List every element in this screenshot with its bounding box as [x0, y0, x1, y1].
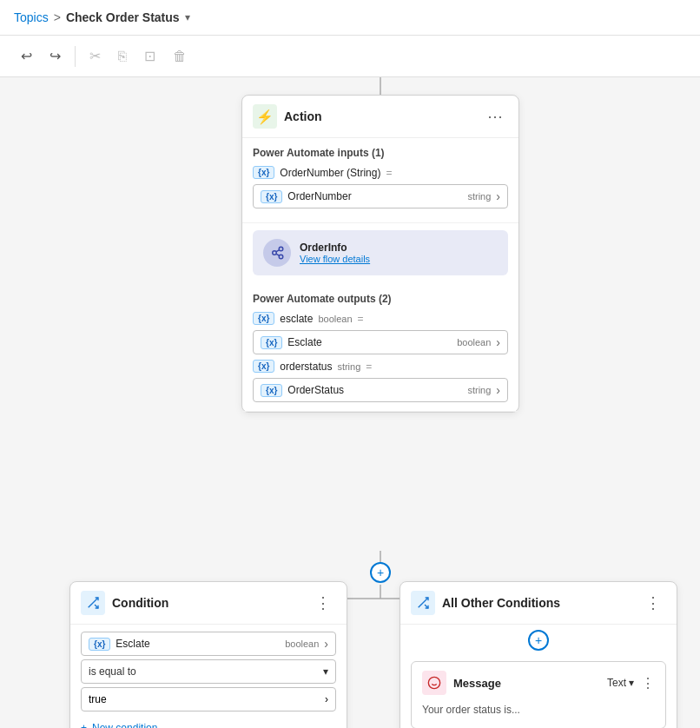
- outputs-section-title: Power Automate outputs (2): [253, 293, 508, 305]
- outputs-section: Power Automate outputs (2) {x} esclate b…: [242, 284, 518, 412]
- output-equals-0: =: [358, 313, 364, 325]
- output-badge-1: {x}: [253, 360, 274, 373]
- paste-button[interactable]: ⊡: [137, 43, 162, 69]
- svg-point-16: [428, 677, 439, 688]
- breadcrumb-separator: >: [54, 10, 61, 24]
- output-row-name-1: OrderStatus: [287, 384, 462, 396]
- condition-icon: [81, 591, 105, 615]
- other-card-menu[interactable]: ⋮: [640, 592, 666, 614]
- input-param-row: {x} OrderNumber (String) =: [253, 166, 508, 179]
- condition-card-title: Condition: [112, 596, 303, 610]
- undo-button[interactable]: ↩: [14, 43, 39, 69]
- canvas: ⚡ Action ⋯ Power Automate inputs (1) {x}…: [0, 77, 700, 728]
- svg-line-11: [276, 254, 280, 255]
- new-condition-plus-icon: +: [81, 722, 87, 728]
- output-name-1: orderstatus: [280, 361, 332, 373]
- new-condition-label: New condition: [92, 722, 157, 728]
- cut-button[interactable]: ✂: [83, 43, 108, 69]
- action-card-title: Action: [284, 109, 475, 123]
- condition-input-type: boolean: [285, 639, 319, 649]
- output-row-arrow-0: ›: [496, 335, 500, 349]
- output-equals-1: =: [366, 361, 372, 373]
- condition-card-menu[interactable]: ⋮: [310, 592, 336, 614]
- flow-info-text: OrderInfo View flow details: [300, 242, 498, 264]
- breadcrumb-chevron[interactable]: ▾: [185, 11, 190, 23]
- breadcrumb-parent[interactable]: Topics: [14, 10, 49, 24]
- condition-input-badge: {x}: [89, 638, 110, 651]
- message-type-label: Text: [607, 677, 626, 689]
- message-icon: [422, 671, 446, 695]
- message-type-badge[interactable]: Text ▾: [607, 677, 634, 689]
- condition-value-text: true: [89, 693, 107, 705]
- new-condition-button[interactable]: + New condition: [70, 715, 168, 728]
- inputs-section: Power Automate inputs (1) {x} OrderNumbe…: [242, 138, 518, 223]
- output-row-orderstatus[interactable]: {x} OrderStatus string ›: [253, 378, 508, 402]
- action-icon: ⚡: [253, 104, 277, 129]
- svg-point-7: [273, 251, 277, 255]
- input-param-equals: =: [386, 167, 392, 179]
- output-type-0: boolean: [318, 314, 352, 324]
- message-title: Message: [453, 677, 600, 690]
- output-row-name-0: Esclate: [287, 336, 452, 348]
- message-text: Your order status is...: [422, 700, 655, 719]
- action-card-menu[interactable]: ⋯: [482, 105, 508, 128]
- copy-button[interactable]: ⎘: [111, 43, 134, 69]
- action-card: ⚡ Action ⋯ Power Automate inputs (1) {x}…: [241, 95, 519, 413]
- output-row-esclate[interactable]: {x} Esclate boolean ›: [253, 330, 508, 354]
- other-condition-icon: [411, 591, 435, 615]
- condition-operator-label: is equal to: [89, 665, 136, 678]
- input-row-arrow: ›: [496, 189, 500, 203]
- flow-info-box: OrderInfo View flow details: [253, 230, 508, 275]
- svg-point-9: [279, 255, 283, 259]
- input-row-name: OrderNumber: [287, 190, 462, 202]
- other-card-header: All Other Conditions ⋮: [400, 582, 677, 625]
- condition-card-header: Condition ⋮: [70, 582, 347, 625]
- output-row-badge-0: {x}: [261, 336, 282, 349]
- delete-button[interactable]: 🗑: [166, 43, 194, 69]
- condition-value-row[interactable]: true ›: [81, 687, 336, 711]
- output-row-type-0: boolean: [457, 337, 491, 347]
- flow-icon: [263, 239, 291, 267]
- input-row-badge: {x}: [261, 190, 282, 203]
- add-node-button[interactable]: +: [370, 562, 391, 583]
- other-card-title: All Other Conditions: [442, 596, 633, 610]
- breadcrumb-current: Check Order Status: [66, 10, 180, 24]
- breadcrumb: Topics > Check Order Status ▾: [14, 10, 190, 24]
- chevron-down-icon: ▾: [323, 665, 328, 678]
- output-badge-0: {x}: [253, 312, 274, 325]
- input-row-ordernumber[interactable]: {x} OrderNumber string ›: [253, 184, 508, 208]
- input-param-name: OrderNumber (String): [280, 167, 380, 179]
- other-card-add-button[interactable]: +: [528, 630, 549, 651]
- condition-input-arrow: ›: [324, 637, 328, 651]
- message-card: Message Text ▾ ⋮ Your order status is...: [411, 661, 666, 728]
- output-param-row-0: {x} esclate boolean =: [253, 312, 508, 325]
- output-row-badge-1: {x}: [261, 384, 282, 397]
- output-type-1: string: [337, 361, 360, 372]
- toolbar: ↩ ↪ ✂ ⎘ ⊡ 🗑: [0, 36, 700, 77]
- condition-card: Condition ⋮ {x} Esclate boolean › is equ…: [69, 581, 347, 728]
- topnav: Topics > Check Order Status ▾: [0, 0, 700, 36]
- toolbar-divider: [75, 46, 76, 67]
- svg-line-10: [276, 250, 280, 252]
- redo-button[interactable]: ↪: [43, 43, 68, 69]
- condition-operator-select[interactable]: is equal to ▾: [81, 659, 336, 684]
- svg-point-8: [279, 247, 283, 251]
- other-conditions-card: All Other Conditions ⋮ + Message: [400, 581, 677, 728]
- condition-value-arrow: ›: [325, 693, 328, 705]
- message-type-chevron: ▾: [629, 677, 634, 689]
- message-menu-button[interactable]: ⋮: [641, 675, 655, 692]
- condition-input-row[interactable]: {x} Esclate boolean ›: [81, 632, 336, 656]
- condition-input-name: Esclate: [116, 638, 280, 650]
- message-header: Message Text ▾ ⋮: [422, 671, 655, 695]
- flow-name: OrderInfo: [300, 242, 498, 254]
- inputs-section-title: Power Automate inputs (1): [253, 147, 508, 159]
- output-row-type-1: string: [467, 385, 491, 395]
- flow-link[interactable]: View flow details: [300, 254, 498, 264]
- output-row-arrow-1: ›: [496, 383, 500, 397]
- output-param-row-1: {x} orderstatus string =: [253, 360, 508, 373]
- input-param-badge: {x}: [253, 166, 274, 179]
- output-name-0: esclate: [280, 313, 313, 325]
- action-card-header: ⚡ Action ⋯: [242, 96, 518, 138]
- input-row-type: string: [467, 191, 491, 202]
